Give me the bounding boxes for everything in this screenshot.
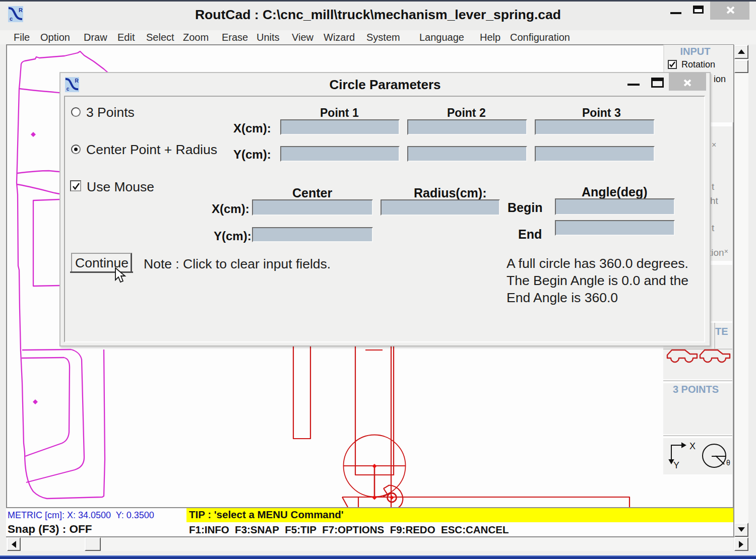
svg-text:Y: Y bbox=[673, 460, 679, 470]
svg-text:θ: θ bbox=[726, 459, 730, 467]
svg-text:R: R bbox=[75, 78, 79, 84]
svg-text:c: c bbox=[67, 86, 70, 92]
svg-text:X: X bbox=[689, 441, 696, 451]
